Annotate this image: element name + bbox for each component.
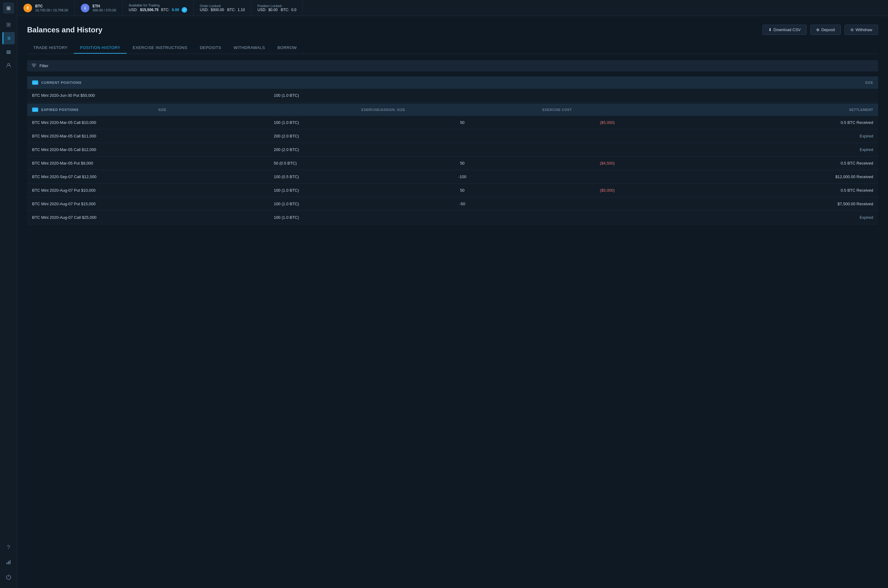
row-size: 100 (1.0 BTC) [274, 215, 390, 220]
order-locked: Order Locked: USD: $900.00 BTC: 1.10 [194, 0, 251, 16]
filter-icon [32, 63, 36, 68]
table-row: BTC Mini 2020-Aug-07 Put $10,000 100 (1.… [27, 184, 878, 197]
available-usd-value: $15,506.75 [140, 8, 158, 12]
eth-icon: Ξ [81, 4, 89, 12]
order-btc-label: BTC: [227, 8, 236, 12]
row-settlement: 0.5 BTC Received [680, 188, 873, 193]
table-row: BTC Mini 2020-Aug-07 Put $15,000 100 (1.… [27, 197, 878, 211]
expired-positions-title: EXPIRED POSTIONS [41, 108, 155, 111]
row-name: BTC Mini 2020-Mar-05 Call $10,000 [32, 120, 274, 125]
tab-deposits[interactable]: DEPOSITS [194, 42, 228, 54]
row-size: 100 (0.5 BTC) [274, 174, 390, 179]
available-label: Available for Trading [129, 3, 187, 7]
btc-price-item[interactable]: ₿ BTC 10,705.00 / 10,708.00 [17, 0, 75, 16]
available-usd-label: USD: [129, 8, 138, 12]
row-size: 100 (1.0 BTC) [274, 188, 390, 193]
row-cost: ($5,000) [535, 188, 680, 193]
expired-positions-header: — EXPIRED POSTIONS SIZE EXERCISE/ASSIGN.… [27, 104, 878, 116]
available-trading: Available for Trading USD: $15,506.75 BT… [123, 0, 194, 16]
row-settlement: Expired [680, 134, 873, 138]
table-row: BTC Mini 2020-Aug-07 Call $25,000 100 (1… [27, 211, 878, 224]
current-row-name: BTC Mini 2020-Jun-30 Put $50,000 [32, 93, 274, 98]
download-csv-button[interactable]: ⬇ Download CSV [762, 25, 807, 35]
sidebar-item-dashboard[interactable]: ⊞ [3, 18, 15, 31]
filter-bar[interactable]: Filter [27, 60, 878, 72]
row-size: 50 (0.5 BTC) [274, 161, 390, 165]
position-usd-label: USD: [257, 8, 266, 12]
row-size: 200 (2.0 BTC) [274, 134, 390, 138]
tab-exercise-instructions[interactable]: EXERCISE INSTRUCTIONS [127, 42, 194, 54]
current-positions-header: — CURRENT POSITIONS SIZE [27, 76, 878, 89]
sidebar-logo[interactable]: ⊞ [3, 3, 14, 14]
position-locked-label: Position Locked: [257, 4, 296, 8]
sidebar-item-menu[interactable]: ≡ [3, 32, 15, 44]
row-name: BTC Mini 2020-Mar-05 Put $9,000 [32, 161, 274, 165]
page-content: Balances and History ⬇ Download CSV ⊕ De… [17, 16, 888, 588]
position-btc-value: 0.0 [291, 8, 296, 12]
help-icon[interactable]: ? [3, 541, 15, 554]
main-content: ₿ BTC 10,705.00 / 10,708.00 Ξ ETH 366.00… [17, 0, 888, 588]
table-row: BTC Mini 2020-Mar-05 Call $12,000 200 (2… [27, 143, 878, 156]
tab-position-history[interactable]: POSITION HISTORY [74, 42, 126, 54]
eth-info: ETH 366.00 / 370.00 [93, 4, 116, 12]
tabs-container: TRADE HISTORY POSITION HISTORY EXERCISE … [27, 42, 878, 54]
tab-borrow[interactable]: BORROW [271, 42, 303, 54]
deposit-button[interactable]: ⊕ Deposit [810, 25, 841, 35]
svg-rect-6 [9, 560, 11, 564]
svg-rect-0 [6, 51, 11, 51]
expired-size-header: SIZE [158, 108, 295, 111]
expired-cost-header: EXERCISE COST [472, 108, 643, 111]
sidebar-item-layers[interactable] [3, 46, 15, 58]
expired-settlement-header: SETTLEMENT [646, 108, 873, 111]
available-values: USD: $15,506.75 BTC: 6.00 ✓ [129, 7, 187, 13]
btc-price: 10,705.00 / 10,708.00 [35, 8, 68, 12]
tab-withdrawals[interactable]: WITHDRAWALS [228, 42, 271, 54]
table-row: BTC Mini 2020-Mar-05 Call $10,000 100 (1… [27, 116, 878, 129]
row-size: 100 (1.0 BTC) [274, 120, 390, 125]
current-positions-toggle[interactable]: — [32, 80, 38, 85]
order-usd-label: USD: [200, 8, 209, 12]
row-settlement: $12,000.00 Received [680, 174, 873, 179]
row-name: BTC Mini 2020-Aug-07 Put $15,000 [32, 201, 274, 206]
btc-icon: ₿ [23, 4, 32, 12]
current-size-header: SIZE [865, 81, 873, 84]
table-row: BTC Mini 2020-Sep-07 Call $12,000 100 (0… [27, 170, 878, 184]
deposit-icon: ⊕ [816, 27, 820, 32]
eth-price-item[interactable]: Ξ ETH 366.00 / 370.00 [75, 0, 122, 16]
page-header: Balances and History ⬇ Download CSV ⊕ De… [27, 25, 878, 35]
header-buttons: ⬇ Download CSV ⊕ Deposit ⊖ Withdraw [762, 25, 878, 35]
table-row: BTC Mini 2020-Jun-30 Put $50,000 100 (1.… [27, 89, 878, 102]
sidebar: ⊞ ⊞ ≡ ? [0, 0, 17, 588]
row-exercise: -100 [390, 174, 535, 179]
row-exercise: 50 [390, 161, 535, 165]
current-row-size: 100 (1.0 BTC) [274, 93, 390, 98]
row-settlement: Expired [680, 147, 873, 152]
withdraw-button[interactable]: ⊖ Withdraw [844, 25, 878, 35]
topbar: ₿ BTC 10,705.00 / 10,708.00 Ξ ETH 366.00… [17, 0, 888, 16]
tab-trade-history[interactable]: TRADE HISTORY [27, 42, 74, 54]
row-size: 100 (1.0 BTC) [274, 201, 390, 206]
row-name: BTC Mini 2020-Mar-05 Call $12,000 [32, 147, 274, 152]
order-usd-value: $900.00 [210, 8, 224, 12]
position-locked: Position Locked: USD: $0.00 BTC: 0.0 [251, 0, 303, 16]
verified-icon: ✓ [182, 7, 187, 13]
order-btc-value: 1.10 [238, 8, 245, 12]
filter-label: Filter [39, 63, 48, 68]
svg-rect-5 [8, 561, 9, 564]
eth-name: ETH [93, 4, 116, 8]
position-locked-values: USD: $0.00 BTC: 0.0 [257, 8, 296, 12]
table-row: BTC Mini 2020-Mar-05 Call $11,000 200 (2… [27, 129, 878, 143]
row-settlement: 0.5 BTC Received [680, 161, 873, 165]
chart-icon[interactable] [3, 556, 15, 568]
row-settlement: Expired [680, 215, 873, 220]
position-btc-label: BTC: [281, 8, 289, 12]
sidebar-item-user[interactable] [3, 59, 15, 72]
current-positions-title: CURRENT POSITIONS [41, 81, 862, 84]
row-cost: ($4,500) [535, 161, 680, 165]
expired-positions-toggle[interactable]: — [32, 108, 38, 112]
svg-rect-1 [6, 52, 11, 53]
row-exercise: 50 [390, 188, 535, 193]
order-locked-label: Order Locked: [200, 4, 245, 8]
power-icon[interactable] [3, 571, 15, 583]
available-btc-label: BTC: [161, 8, 169, 12]
